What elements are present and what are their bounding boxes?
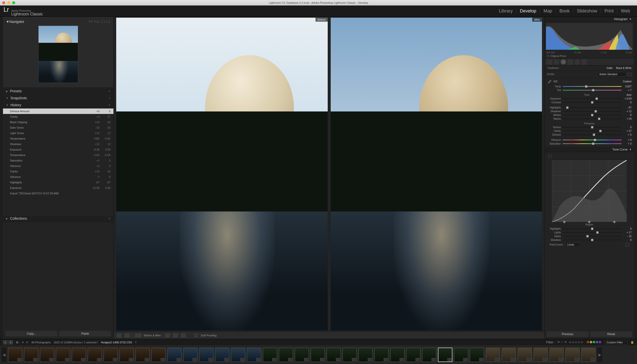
profile-browser-icon[interactable] — [628, 73, 632, 76]
curve-split-handle[interactable] — [613, 220, 616, 223]
treatment-color[interactable]: Color — [607, 67, 612, 70]
point-curve-select[interactable]: Linear — [566, 243, 580, 246]
highlights-slider[interactable]: Highlights- 87 — [547, 106, 632, 110]
crop-tool[interactable] — [547, 59, 552, 65]
navigator-thumbnail[interactable] — [38, 26, 78, 83]
history-item[interactable]: Dark Tones-10-15 — [3, 125, 114, 130]
filmstrip-thumb[interactable] — [486, 348, 500, 362]
original-checkbox[interactable] — [547, 55, 549, 57]
filmstrip-prev[interactable]: ◀ — [2, 348, 6, 362]
wb-select[interactable]: Custom — [623, 80, 632, 83]
ba-mode-dropdown[interactable] — [134, 333, 142, 338]
spot-removal-tool[interactable] — [554, 59, 559, 65]
grid-icon[interactable]: ▦ — [16, 340, 18, 344]
histogram-display[interactable] — [546, 23, 633, 50]
curve-split-handle[interactable] — [563, 220, 566, 223]
highlights-slider[interactable]: Highlights0 — [547, 227, 632, 231]
right-edge-collapse[interactable] — [634, 17, 637, 339]
filmstrip-thumb[interactable] — [151, 348, 166, 362]
clarity-slider[interactable]: Clarity+ 27 — [547, 129, 632, 133]
lights-slider[interactable]: Lights+ 17 — [547, 231, 632, 234]
previous-button[interactable]: Previous — [546, 331, 589, 338]
filmstrip-thumb[interactable] — [263, 348, 277, 362]
after-canvas[interactable]: After — [331, 18, 542, 330]
collections-header[interactable]: ▶Collections+ — [3, 215, 114, 222]
whites-slider[interactable]: Whites0 — [547, 113, 632, 117]
filmstrip-thumb[interactable] — [358, 348, 373, 362]
shadows-slider[interactable]: Shadows+ 12 — [547, 110, 632, 113]
filmstrip-thumb[interactable] — [406, 348, 420, 362]
minimize-window-button[interactable] — [7, 1, 10, 4]
history-item[interactable]: Import "2013start (6/27/14 12:57:26 AM) — [3, 190, 114, 196]
filmstrip-thumb[interactable] — [374, 348, 389, 362]
brush-tool[interactable] — [582, 59, 587, 65]
ba-lr-button[interactable] — [164, 333, 170, 338]
history-item[interactable]: Light Tones+1217 — [3, 130, 114, 136]
filmstrip-next[interactable]: ▶ — [597, 348, 602, 362]
filmstrip-thumb[interactable] — [215, 348, 230, 362]
soft-proofing-checkbox[interactable] — [195, 334, 198, 337]
contrast-slider[interactable]: Contrast0 — [547, 100, 632, 104]
zoom-window-button[interactable] — [12, 1, 15, 4]
history-item[interactable]: Vibrance-70 — [3, 174, 114, 180]
filmstrip-thumb[interactable] — [342, 348, 357, 362]
original-photo-row[interactable]: Original Photo — [545, 54, 634, 58]
histogram-header[interactable]: Histogram▼ — [545, 17, 634, 22]
flag-unflag-icon[interactable]: ⚐ — [560, 340, 564, 344]
edit-point-curve-icon[interactable] — [626, 243, 629, 246]
loupe-view-button[interactable] — [116, 333, 122, 338]
filmstrip-thumb[interactable] — [279, 348, 293, 362]
filmstrip-thumb[interactable] — [565, 348, 580, 362]
filter-lock-icon[interactable]: 🔒 — [630, 340, 634, 344]
copy-button[interactable]: Copy... — [5, 330, 58, 337]
filmstrip-thumb[interactable] — [183, 348, 198, 362]
vibrance-slider[interactable]: Vibrance+ 9 — [547, 138, 632, 142]
snapshots-header[interactable]: ▼Snapshots+ — [3, 94, 114, 102]
redeye-tool[interactable] — [560, 59, 566, 65]
filmstrip-thumb[interactable] — [199, 348, 214, 362]
filmstrip-thumb[interactable] — [422, 348, 436, 362]
filmstrip-thumb[interactable] — [294, 348, 309, 362]
filmstrip-thumb[interactable] — [518, 348, 532, 362]
texture-slider[interactable]: Texture0 — [547, 126, 632, 129]
module-web[interactable]: Web — [617, 8, 634, 14]
filmstrip-thumb[interactable] — [40, 348, 54, 362]
dehaze-slider[interactable]: Dehaze+ 5 — [547, 133, 632, 136]
close-window-button[interactable] — [2, 1, 5, 4]
add-icon[interactable]: + — [108, 96, 110, 100]
filmstrip-thumb[interactable] — [502, 348, 516, 362]
temp-slider[interactable]: Temp5,827 — [547, 84, 632, 88]
module-develop[interactable]: Develop — [516, 8, 540, 14]
curve-split-handle[interactable] — [588, 220, 591, 223]
history-item[interactable]: Temperature+1935.5K — [3, 152, 114, 158]
filmstrip-thumb[interactable] — [72, 348, 86, 362]
filmstrip-thumb[interactable] — [326, 348, 341, 362]
filmstrip-thumb[interactable] — [581, 348, 596, 362]
flag-reject-icon[interactable]: ⚑ — [564, 340, 567, 344]
auto-tone-button[interactable]: Auto — [626, 94, 632, 96]
dropdown-icon[interactable]: ▾ — [135, 340, 136, 344]
filmstrip-thumb[interactable] — [390, 348, 404, 362]
compare-view-button[interactable] — [124, 333, 130, 338]
module-map[interactable]: Map — [540, 8, 556, 14]
filmstrip-thumb[interactable] — [135, 348, 150, 362]
add-icon[interactable]: + — [108, 89, 110, 93]
blacks-slider[interactable]: Blacks+ 24 — [547, 117, 632, 121]
filmstrip-thumb[interactable] — [550, 348, 564, 362]
paste-button[interactable]: Paste — [59, 330, 112, 337]
filmstrip-thumb[interactable] — [88, 348, 102, 362]
tint-slider[interactable]: Tint+ 7 — [547, 88, 632, 92]
filmstrip-thumb[interactable] — [310, 348, 325, 362]
filmstrip-thumb[interactable] — [470, 348, 484, 362]
tone-curve-editor[interactable] — [552, 160, 627, 222]
source-label[interactable]: All Photographs — [31, 341, 51, 344]
before-canvas[interactable]: Before — [116, 18, 328, 330]
reset-button[interactable]: Reset — [590, 331, 633, 338]
filmstrip-thumb[interactable] — [24, 348, 38, 362]
saturation-slider[interactable]: Saturation+ 3 — [547, 142, 632, 146]
ba-copy-button[interactable] — [180, 333, 186, 338]
history-item[interactable]: Temperature+3025.8K — [3, 136, 114, 141]
module-book[interactable]: Book — [556, 8, 573, 14]
ba-swap-button[interactable] — [172, 333, 178, 338]
add-icon[interactable]: + — [108, 216, 110, 220]
